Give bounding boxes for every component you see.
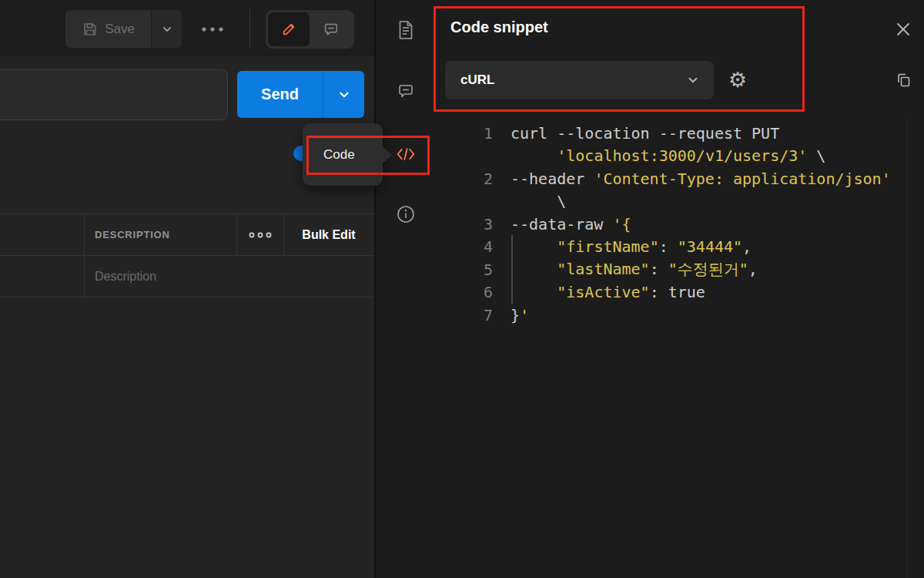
- edit-mode-button[interactable]: [268, 12, 310, 46]
- code-line: \: [451, 190, 913, 213]
- code-line: 4 "firstName": "34444",: [451, 236, 913, 259]
- three-dots-outline-icon: [248, 231, 273, 239]
- chevron-down-icon: [161, 23, 173, 35]
- three-dots-icon: [199, 25, 226, 33]
- more-actions-button[interactable]: [192, 17, 233, 42]
- edit-comment-toggle: [266, 10, 354, 49]
- line-number: 7: [451, 306, 493, 324]
- close-panel-button[interactable]: [893, 19, 913, 39]
- code-line: 7}': [451, 304, 913, 327]
- indent-guide: [511, 235, 513, 304]
- description-cell-placeholder[interactable]: Description: [95, 256, 326, 297]
- comment-icon: [323, 21, 340, 38]
- save-button[interactable]: Save: [65, 10, 152, 48]
- line-number: 4: [451, 237, 493, 256]
- comments-tab[interactable]: [396, 81, 416, 101]
- code-icon: [396, 146, 416, 163]
- copy-icon: [894, 71, 912, 89]
- code-tooltip: Code: [303, 123, 383, 186]
- editor-edge-divider: [907, 119, 908, 578]
- save-button-label: Save: [105, 22, 135, 37]
- code-tab[interactable]: [396, 144, 416, 164]
- tooltip-arrow: [382, 146, 392, 164]
- url-input[interactable]: [0, 69, 228, 120]
- code-line: 1curl --location --request PUT: [451, 122, 913, 145]
- chevron-down-icon: [686, 73, 700, 87]
- line-number: 2: [451, 170, 493, 188]
- chevron-down-icon: [337, 88, 351, 102]
- code-line: 5 "lastName": "수정된거",: [451, 258, 913, 281]
- request-toolbar: Save: [0, 0, 374, 55]
- save-options-button[interactable]: [152, 10, 182, 48]
- description-column-header: DESCRIPTION: [95, 214, 233, 255]
- info-icon: [396, 204, 416, 224]
- table-border: [84, 213, 85, 297]
- info-tab[interactable]: [396, 204, 416, 224]
- code-line: 3--data-raw '{: [451, 213, 913, 236]
- send-options-button[interactable]: [323, 71, 364, 118]
- gear-icon: ⚙: [728, 70, 747, 91]
- line-number: 1: [451, 124, 493, 143]
- documentation-tab[interactable]: [396, 20, 416, 40]
- bulk-edit-button[interactable]: Bulk Edit: [283, 214, 374, 255]
- copy-code-button[interactable]: [892, 69, 914, 91]
- code-line: 2--header 'Content-Type: application/jso…: [451, 167, 913, 190]
- column-options-button[interactable]: [236, 214, 283, 255]
- line-number: 3: [451, 215, 493, 234]
- close-icon: [895, 21, 912, 38]
- table-border: [0, 297, 374, 297]
- code-line: 6 "isActive": true: [451, 281, 913, 304]
- code-line: 'localhost:3000/v1/users/3' \: [451, 145, 913, 168]
- panel-title: Code snippet: [450, 18, 548, 36]
- code-editor[interactable]: 1curl --location --request PUT 'localhos…: [451, 122, 913, 327]
- send-button[interactable]: Send: [237, 71, 364, 118]
- code-tooltip-label: Code: [323, 147, 355, 163]
- line-number: 5: [451, 260, 493, 279]
- line-number: 6: [451, 283, 493, 301]
- save-button-group: Save: [65, 10, 182, 48]
- language-select[interactable]: cURL: [445, 61, 714, 99]
- toolbar-divider: [249, 9, 250, 48]
- comment-icon: [397, 82, 415, 100]
- code-settings-button[interactable]: ⚙: [725, 68, 750, 92]
- pencil-icon: [280, 21, 297, 38]
- request-builder-section: Save: [0, 0, 374, 578]
- comment-mode-button[interactable]: [310, 12, 352, 46]
- document-icon: [397, 20, 415, 40]
- language-select-value: cURL: [460, 72, 494, 88]
- send-button-label: Send: [237, 71, 323, 118]
- save-icon: [82, 21, 99, 38]
